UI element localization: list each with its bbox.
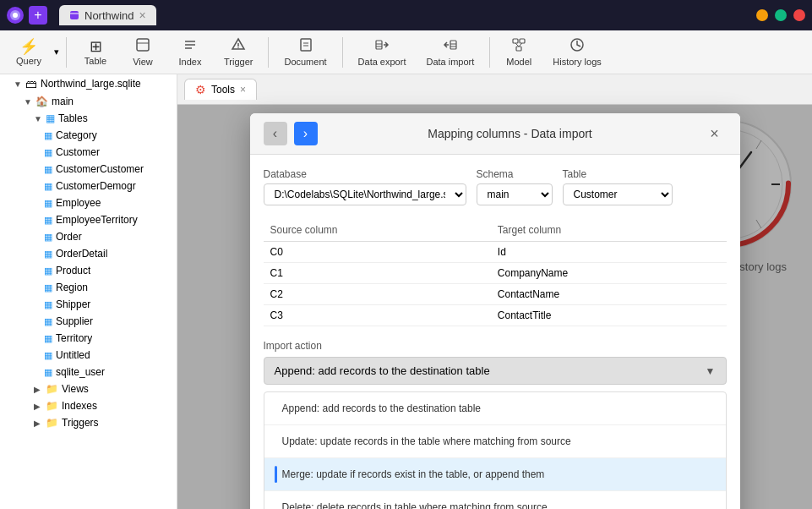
table-item-territory[interactable]: ▦ Territory [0, 330, 177, 347]
title-bar: + Northwind × [0, 0, 812, 30]
maximize-button[interactable] [775, 9, 787, 21]
dropdown-option-3[interactable]: Delete: delete records in table where ma… [264, 491, 726, 509]
schema-collapse-btn[interactable]: ▼ 🏠 main [0, 93, 177, 110]
table-icon-customerdemogr: ▦ [44, 181, 52, 192]
northwind-tab[interactable]: Northwind × [59, 5, 156, 25]
table-button[interactable]: ⊞ Table [74, 33, 117, 72]
import-action-arrow-icon: ▼ [706, 365, 716, 377]
table-icon-product: ▦ [44, 265, 52, 276]
views-label: Views [62, 383, 89, 395]
mapping-source-cell: C0 [264, 242, 491, 263]
history-logs-button[interactable]: History logs [544, 33, 609, 72]
table-label: Table [84, 56, 106, 66]
table-icon-customercustomer: ▦ [44, 164, 52, 175]
model-button[interactable]: Model [497, 33, 541, 72]
table-item-customer[interactable]: ▦ Customer [0, 144, 177, 161]
close-button[interactable] [793, 9, 805, 21]
table-icon-supplier: ▦ [44, 316, 52, 327]
table-item-untitled[interactable]: ▦ Untitled [0, 347, 177, 364]
table-item-employeeterritory[interactable]: ▦ EmployeeTerritory [0, 211, 177, 228]
query-button[interactable]: ⚡ Query [7, 33, 51, 72]
document-icon [298, 37, 313, 55]
table-item-orderdetail[interactable]: ▦ OrderDetail [0, 245, 177, 262]
dropdown-option-1[interactable]: Update: update records in the table wher… [264, 425, 726, 458]
dropdown-option-2[interactable]: Merge: update if records exist in the ta… [264, 458, 726, 491]
trigger-label: Trigger [224, 57, 253, 67]
table-item-order[interactable]: ▦ Order [0, 228, 177, 245]
tools-tab[interactable]: ⚙ Tools × [184, 79, 257, 100]
index-button[interactable]: Index [168, 33, 212, 72]
db-selector-row: Database D:\Codelabs\SQLite\Northwind_la… [264, 168, 727, 205]
mapping-table: Source column Target column C0 Id C1 Com… [264, 219, 727, 326]
table-item-product[interactable]: ▦ Product [0, 262, 177, 279]
view-button[interactable]: View [121, 33, 165, 72]
option-label-3: Delete: delete records in table where ma… [282, 501, 548, 509]
database-select[interactable]: D:\Codelabs\SQLite\Northwind_large.sqlit… [264, 183, 466, 205]
mapping-modal: ‹ › Mapping columns - Data import × Data… [250, 113, 740, 509]
tools-tab-close[interactable]: × [240, 84, 246, 96]
table-item-category[interactable]: ▦ Category [0, 127, 177, 144]
new-tab-button[interactable]: + [29, 6, 47, 25]
table-label-order: Order [56, 231, 82, 243]
nav-next-button[interactable]: › [294, 122, 318, 145]
dropdown-option-0[interactable]: Append: add records to the destination t… [264, 392, 726, 425]
table-select[interactable]: Customer [563, 183, 673, 205]
table-item-sqliteuser[interactable]: ▦ sqlite_user [0, 364, 177, 380]
table-icon-order: ▦ [44, 232, 52, 243]
table-item-employee[interactable]: ▦ Employee [0, 194, 177, 211]
table-icon-territory: ▦ [44, 333, 52, 344]
title-bar-left: + Northwind × [7, 5, 156, 25]
indexes-item[interactable]: ▶ 📁 Indexes [0, 397, 177, 414]
data-export-button[interactable]: Data export [350, 33, 415, 72]
schema-select[interactable]: main [477, 183, 553, 205]
data-import-button[interactable]: Data import [417, 33, 482, 72]
modal-close-button[interactable]: × [703, 122, 727, 145]
triggers-icon: 📁 [46, 417, 58, 429]
table-item-shipper[interactable]: ▦ Shipper [0, 296, 177, 313]
tables-label: Tables [58, 112, 88, 124]
mapping-row: C3 ContactTitle [264, 305, 727, 326]
table-icon-shipper: ▦ [44, 299, 52, 310]
table-label-employee: Employee [56, 197, 101, 209]
table-item-region[interactable]: ▦ Region [0, 279, 177, 296]
db-name: Northwind_large.sqlite [41, 78, 141, 90]
mapping-source-cell: C2 [264, 284, 491, 305]
sep-2 [268, 37, 269, 68]
view-icon [135, 37, 150, 55]
database-label: Database [264, 168, 466, 180]
table-label-untitled: Untitled [56, 349, 90, 361]
db-collapse-btn[interactable]: ▼ 🗃 Northwind_large.sqlite [0, 74, 177, 93]
trigger-button[interactable]: Trigger [215, 33, 261, 72]
table-icon-category: ▦ [44, 130, 52, 141]
svg-rect-15 [376, 41, 382, 49]
table-item-supplier[interactable]: ▦ Supplier [0, 313, 177, 330]
mapping-row: C1 CompanyName [264, 263, 727, 284]
table-item-customercustomer[interactable]: ▦ CustomerCustomer [0, 161, 177, 178]
table-label-sqliteuser: sqlite_user [56, 366, 105, 378]
view-label: View [133, 57, 153, 67]
option-indicator-1 [275, 433, 277, 450]
nav-prev-button[interactable]: ‹ [264, 122, 287, 145]
import-action-select[interactable]: Append: add records to the destination t… [264, 357, 727, 385]
triggers-arrow-icon: ▶ [34, 419, 42, 428]
views-item[interactable]: ▶ 📁 Views [0, 380, 177, 397]
data-export-icon [374, 37, 390, 55]
model-label: Model [506, 57, 531, 67]
model-icon [511, 37, 526, 55]
data-export-label: Data export [358, 57, 406, 67]
triggers-item[interactable]: ▶ 📁 Triggers [0, 414, 177, 431]
db-icon: 🗃 [25, 77, 37, 90]
minimize-button[interactable] [756, 9, 768, 21]
tables-collapse-btn[interactable]: ▼ ▦ Tables [0, 110, 177, 127]
tools-tab-icon: ⚙ [195, 83, 206, 96]
document-button[interactable]: Document [275, 33, 335, 72]
tab-close-btn[interactable]: × [139, 8, 146, 22]
svg-rect-4 [137, 39, 149, 51]
query-dropdown[interactable]: ▾ [54, 47, 59, 57]
tab-label: Northwind [84, 9, 134, 22]
table-item-customerdemogr[interactable]: ▦ CustomerDemogr [0, 178, 177, 194]
database-selector-group: Database D:\Codelabs\SQLite\Northwind_la… [264, 168, 466, 205]
import-action-dropdown: Append: add records to the destination t… [264, 391, 727, 509]
option-label-1: Update: update records in the table wher… [282, 435, 571, 447]
modal-body: Database D:\Codelabs\SQLite\Northwind_la… [250, 155, 740, 509]
